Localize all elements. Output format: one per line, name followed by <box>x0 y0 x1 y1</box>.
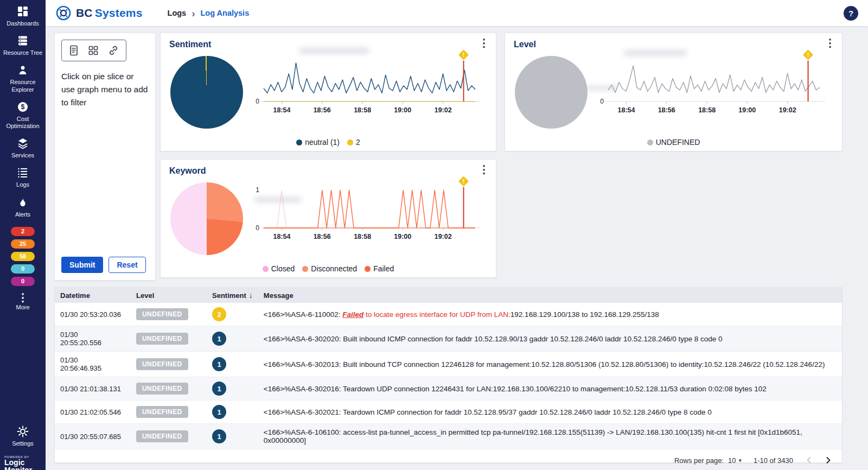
legend-item[interactable]: Closed <box>263 264 295 273</box>
filter-toolbar <box>61 40 126 61</box>
bc-systems-logo: BCSystems <box>55 5 143 21</box>
table-row[interactable]: 01/3020:56:46.935UNDEFINED1<166>%ASA-6-3… <box>55 352 842 377</box>
keyword-pie-chart[interactable] <box>170 182 243 255</box>
svg-text:19:02: 19:02 <box>435 106 452 114</box>
svg-text:$: $ <box>21 103 25 111</box>
datetime-cell: 01/30 20:55:07.685 <box>55 424 131 449</box>
breadcrumb-log-analysis[interactable]: Log Analysis <box>201 9 250 17</box>
level-badge: UNDEFINED <box>136 406 188 418</box>
app-root: Dashboards Resource Tree Resource Explor… <box>0 0 868 470</box>
alert-count-badge[interactable]: 2 <box>11 227 35 236</box>
sidebar-item-label: Logs <box>15 181 31 188</box>
svg-text:18:54: 18:54 <box>618 106 635 114</box>
cost-optimization-icon: $ <box>17 101 29 113</box>
alert-count-badge[interactable]: 25 <box>11 239 35 249</box>
link-icon[interactable] <box>107 45 119 56</box>
table-row[interactable]: 01/30 21:01:38.131UNDEFINED1<166>%ASA-6-… <box>55 377 842 401</box>
legend-dot <box>347 139 353 145</box>
rows-per-page-label: Rows per page: <box>674 456 724 465</box>
svg-text:18:54: 18:54 <box>273 106 291 114</box>
svg-text:!: ! <box>463 178 465 185</box>
log-table: Datetime Level Sentiment↓ Message 01/30 … <box>55 288 842 449</box>
reset-button[interactable]: Reset <box>108 257 145 273</box>
kebab-menu-icon[interactable]: ⋮ <box>478 37 489 48</box>
column-header-datetime[interactable]: Datetime <box>55 288 131 303</box>
kebab-menu-icon[interactable]: ⋮ <box>478 164 489 175</box>
legend-item[interactable]: neutral (1) <box>296 138 340 147</box>
sentiment-pie-chart[interactable] <box>170 56 243 129</box>
svg-text:18:56: 18:56 <box>314 106 331 114</box>
legend-label: UNDEFINED <box>656 138 700 147</box>
legend-item[interactable]: UNDEFINED <box>647 138 700 147</box>
table-row[interactable]: 01/30 20:55:07.685UNDEFINED1<166>%ASA-6-… <box>55 424 842 449</box>
submit-button[interactable]: Submit <box>61 257 103 273</box>
message-cell: <166>%ASA-6-110002: Failed to locate egr… <box>258 303 842 326</box>
legend-item[interactable]: Failed <box>365 264 394 273</box>
sidebar-item-cost-optimization[interactable]: $ Cost Optimization <box>0 101 46 130</box>
powered-by-logicmonitor: POWERED BY Logic Monitor <box>0 455 46 470</box>
column-header-level[interactable]: Level <box>131 288 207 303</box>
datetime-cell: 01/30 20:53:20.036 <box>55 303 131 326</box>
kebab-menu-icon[interactable]: ⋮ <box>825 37 835 48</box>
sidebar-item-settings[interactable]: Settings <box>0 425 46 447</box>
page-range-label: 1-10 of 3430 <box>754 456 793 465</box>
legend-dot <box>263 266 269 272</box>
table-body: 01/30 20:53:20.036UNDEFINED2<166>%ASA-6-… <box>55 303 842 449</box>
sidebar-item-label: Resource Explorer <box>0 79 46 93</box>
brand-line-1: Logic <box>4 459 24 467</box>
resource-explorer-icon <box>17 64 29 76</box>
level-badge: UNDEFINED <box>136 308 188 320</box>
alert-count-badge[interactable]: 58 <box>11 252 35 261</box>
legend-item[interactable]: Disconnected <box>302 264 357 273</box>
rows-per-page-select[interactable]: 10 ▾ <box>728 456 742 465</box>
alert-count-badge[interactable]: 0 <box>11 277 35 286</box>
sidebar-item-resource-explorer[interactable]: Resource Explorer <box>0 64 46 93</box>
level-pie-chart[interactable] <box>515 56 588 129</box>
previous-page-button[interactable] <box>805 456 813 465</box>
sidebar-item-more[interactable]: ⋮ More <box>0 294 46 311</box>
sidebar-item-label: Settings <box>10 440 35 447</box>
document-icon[interactable] <box>68 45 79 56</box>
chart-title: Sentiment <box>169 40 211 49</box>
alert-count-badge[interactable]: 0 <box>11 264 35 274</box>
sidebar-item-logs[interactable]: Logs <box>0 167 46 188</box>
level-line-chart[interactable]: 018:5418:5618:5819:0019:02! <box>592 50 831 124</box>
next-page-button[interactable] <box>825 456 832 465</box>
breadcrumb: Logs › Log Analysis <box>168 8 250 18</box>
chart-title: Level <box>514 40 536 49</box>
chevron-right-icon: › <box>192 8 195 18</box>
more-icon: ⋮ <box>17 294 28 301</box>
legend-label: neutral (1) <box>305 138 340 147</box>
keyword-line-chart[interactable]: 1018:5418:5618:5819:0019:02! <box>247 177 486 251</box>
chart-legend: ClosedDisconnectedFailed <box>161 264 496 273</box>
datetime-cell: 01/30 21:02:05.546 <box>55 401 131 424</box>
column-header-message[interactable]: Message <box>258 288 842 303</box>
svg-text:18:56: 18:56 <box>314 233 331 240</box>
sidebar-item-dashboards[interactable]: Dashboards <box>0 5 46 27</box>
sidebar-item-label: Services <box>10 152 36 159</box>
chevron-down-icon: ▾ <box>738 457 742 464</box>
level-chart-card: Level ⋮ 018:5418:5618:5819:0019:02! UNDE… <box>505 33 843 151</box>
sidebar-item-services[interactable]: Services <box>0 137 46 159</box>
svg-text:19:02: 19:02 <box>435 233 452 240</box>
brand-line-2: Monitor <box>4 466 32 470</box>
table-row[interactable]: 01/30 21:02:05.546UNDEFINED1<166>%ASA-6-… <box>55 401 842 424</box>
sentiment-line-chart[interactable]: 018:5418:5618:5819:0019:02! <box>247 50 486 124</box>
sentiment-badge: 1 <box>212 332 226 346</box>
table-row[interactable]: 01/30 20:53:20.036UNDEFINED2<166>%ASA-6-… <box>55 303 842 326</box>
help-button[interactable]: ? <box>844 6 858 21</box>
column-header-sentiment[interactable]: Sentiment↓ <box>207 288 258 303</box>
table-row[interactable]: 01/3020:55:20.556UNDEFINED1<166>%ASA-6-3… <box>55 326 842 352</box>
sidebar-item-resource-tree[interactable]: Resource Tree <box>0 35 46 56</box>
legend-item[interactable]: 2 <box>347 138 360 147</box>
legend-dot <box>365 266 371 272</box>
grid-view-icon[interactable] <box>88 45 99 56</box>
svg-text:18:58: 18:58 <box>354 233 371 240</box>
level-badge: UNDEFINED <box>136 333 188 345</box>
breadcrumb-logs[interactable]: Logs <box>168 9 187 17</box>
chart-title: Keyword <box>169 166 206 176</box>
svg-text:1: 1 <box>256 186 259 194</box>
svg-text:19:00: 19:00 <box>394 233 411 240</box>
svg-text:0: 0 <box>256 98 259 105</box>
sidebar-item-alerts[interactable]: Alerts <box>0 196 46 218</box>
